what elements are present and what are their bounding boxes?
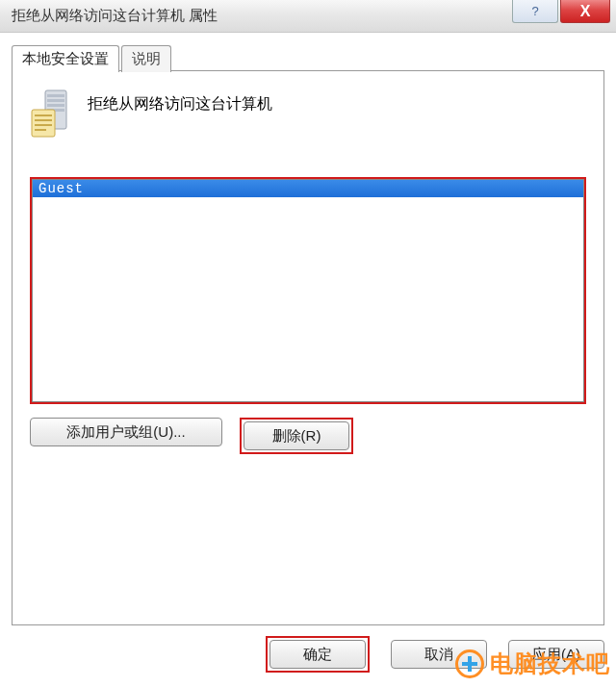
svg-rect-5 [32,110,55,137]
apply-button[interactable]: 应用(A) [508,640,604,669]
tab-explain[interactable]: 说明 [121,45,171,72]
tab-panel: 拒绝从网络访问这台计算机 Guest 添加用户或组(U)... 删除(R) [12,70,604,625]
tab-label: 说明 [132,50,161,66]
help-icon: ? [531,4,538,18]
titlebar: 拒绝从网络访问这台计算机 属性 ? X [0,0,616,33]
button-label: 取消 [424,646,453,664]
list-item-label: Guest [38,181,84,196]
client-area: 本地安全设置 说明 拒绝从网络访问这 [0,33,616,687]
list-item[interactable]: Guest [33,180,583,197]
svg-rect-6 [35,114,52,116]
ok-highlight: 确定 [266,636,370,673]
close-icon: X [580,3,591,20]
add-user-button[interactable]: 添加用户或组(U)... [30,418,222,446]
window-title: 拒绝从网络访问这台计算机 属性 [0,7,218,25]
button-label: 删除(R) [272,427,321,445]
button-label: 添加用户或组(U)... [66,423,185,442]
svg-rect-9 [35,129,46,131]
button-label: 应用(A) [532,646,580,664]
dialog-footer: 确定 取消 应用(A) [12,633,604,675]
button-label: 确定 [303,646,332,664]
user-listbox[interactable]: Guest [32,179,584,402]
svg-rect-2 [47,99,64,102]
tab-local-security[interactable]: 本地安全设置 [12,45,119,72]
listbox-highlight: Guest [30,177,586,404]
cancel-button[interactable]: 取消 [391,640,487,669]
help-button[interactable]: ? [512,0,558,23]
remove-button[interactable]: 删除(R) [244,421,349,450]
svg-rect-3 [47,104,64,107]
svg-rect-1 [47,94,64,97]
ok-button[interactable]: 确定 [270,640,366,669]
svg-rect-8 [35,124,52,126]
tab-label: 本地安全设置 [22,50,109,66]
svg-rect-7 [35,119,52,121]
list-buttons-row: 添加用户或组(U)... 删除(R) [30,418,586,454]
remove-highlight: 删除(R) [240,418,353,454]
policy-title: 拒绝从网络访问这台计算机 [88,89,272,114]
tab-strip: 本地安全设置 说明 [12,42,604,71]
policy-icon [30,89,74,139]
close-button[interactable]: X [560,0,610,23]
policy-header: 拒绝从网络访问这台计算机 [30,89,586,139]
titlebar-controls: ? X [510,0,610,23]
